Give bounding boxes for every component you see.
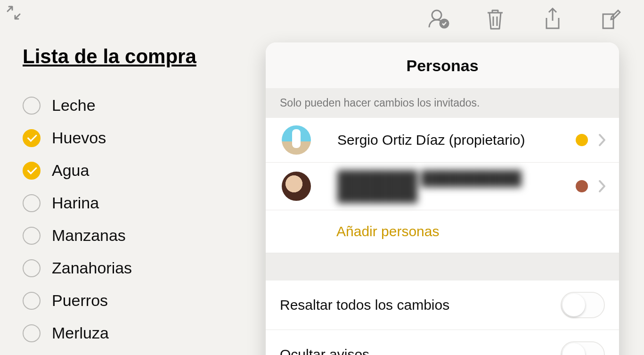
checklist-checkbox[interactable] xyxy=(23,194,41,212)
checklist-checkbox[interactable] xyxy=(23,162,41,180)
checklist-item-label: Merluza xyxy=(52,324,109,342)
checklist-item[interactable]: Harina xyxy=(23,194,241,212)
people-list: Sergio Ortiz Díaz (propietario)████████ … xyxy=(266,118,619,210)
collaborate-button[interactable] xyxy=(425,7,450,31)
checklist-checkbox[interactable] xyxy=(23,129,41,147)
checklist-item-label: Puerros xyxy=(52,291,108,310)
status-dot xyxy=(576,180,588,192)
checklist-checkbox[interactable] xyxy=(23,324,41,342)
toggle-switch[interactable] xyxy=(561,292,605,318)
note-content: Lista de la compra LecheHuevosAguaHarina… xyxy=(0,0,264,355)
toolbar xyxy=(425,7,622,31)
note-title: Lista de la compra xyxy=(23,45,241,68)
popover-subtitle: Solo pueden hacer cambios los invitados. xyxy=(266,88,619,118)
checklist: LecheHuevosAguaHarinaManzanasZanahoriasP… xyxy=(23,96,241,342)
checklist-item[interactable]: Manzanas xyxy=(23,226,241,245)
checklist-checkbox[interactable] xyxy=(23,259,41,277)
chevron-right-icon xyxy=(598,180,606,193)
checklist-item-label: Harina xyxy=(52,194,99,212)
add-people-button[interactable]: Añadir personas xyxy=(266,210,619,253)
settings-list: Resaltar todos los cambiosOcultar avisos xyxy=(266,281,619,355)
checklist-item[interactable]: Leche xyxy=(23,96,241,115)
chevron-right-icon xyxy=(598,133,606,147)
checklist-item-label: Zanahorias xyxy=(52,259,132,277)
checklist-item-label: Leche xyxy=(52,96,96,115)
person-row[interactable]: Sergio Ortiz Díaz (propietario) xyxy=(266,118,619,163)
status-dot xyxy=(576,134,588,146)
person-row[interactable]: ████████ ██████████ ████████ xyxy=(266,163,619,210)
popover-header: Personas xyxy=(266,42,619,88)
add-people-label: Añadir personas xyxy=(336,223,439,239)
settings-label: Resaltar todos los cambios xyxy=(280,297,449,313)
people-popover: Personas Solo pueden hacer cambios los i… xyxy=(266,42,619,355)
compose-button[interactable] xyxy=(598,7,622,31)
svg-point-0 xyxy=(432,10,441,20)
delete-button[interactable] xyxy=(483,7,507,31)
settings-label: Ocultar avisos xyxy=(280,347,369,355)
checklist-checkbox[interactable] xyxy=(23,97,41,115)
share-button[interactable] xyxy=(540,7,565,31)
checklist-item[interactable]: Puerros xyxy=(23,291,241,310)
checklist-checkbox[interactable] xyxy=(23,292,41,310)
toggle-switch[interactable] xyxy=(561,341,605,355)
popover-title: Personas xyxy=(266,57,619,75)
checklist-checkbox[interactable] xyxy=(23,227,41,245)
person-name: Sergio Ortiz Díaz (propietario) xyxy=(337,132,576,148)
checklist-item-label: Manzanas xyxy=(52,226,126,245)
checklist-item-label: Huevos xyxy=(52,129,106,147)
avatar xyxy=(282,172,311,201)
checklist-item[interactable]: Agua xyxy=(23,161,241,180)
checklist-item-label: Agua xyxy=(52,161,89,180)
checklist-item[interactable]: Merluza xyxy=(23,324,241,342)
avatar xyxy=(282,125,311,155)
person-name: ████████ ██████████ ████████ xyxy=(337,170,576,202)
checklist-item[interactable]: Huevos xyxy=(23,129,241,147)
checklist-item[interactable]: Zanahorias xyxy=(23,259,241,277)
section-spacer xyxy=(266,253,619,281)
settings-row: Ocultar avisos xyxy=(266,330,619,355)
settings-row: Resaltar todos los cambios xyxy=(266,281,619,330)
